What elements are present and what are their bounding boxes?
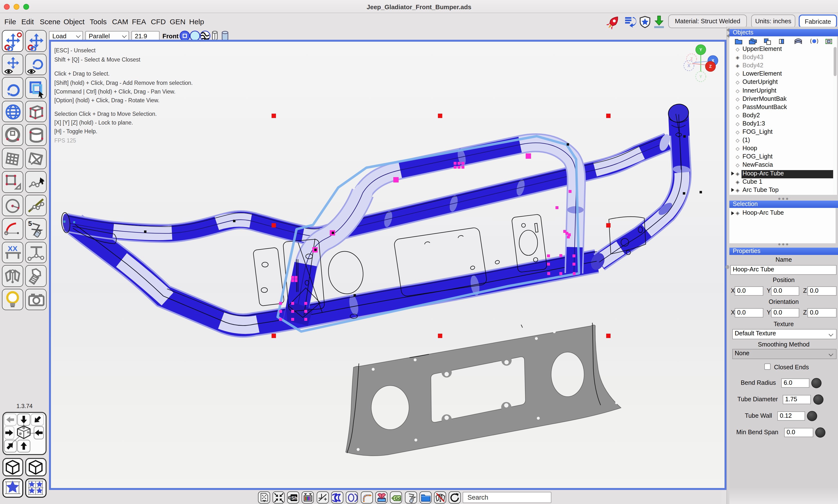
svg-text:Y: Y [699, 48, 702, 52]
svg-text:Go: Go [395, 496, 401, 501]
svg-text:X: X [687, 64, 690, 68]
svg-text:Z: Z [690, 57, 693, 61]
svg-text:5: 5 [28, 220, 32, 227]
svg-text:Y: Y [699, 74, 702, 79]
svg-text:XX: XX [8, 244, 17, 252]
svg-text:Z: Z [709, 64, 712, 69]
svg-text:Sh: Sh [291, 495, 298, 501]
